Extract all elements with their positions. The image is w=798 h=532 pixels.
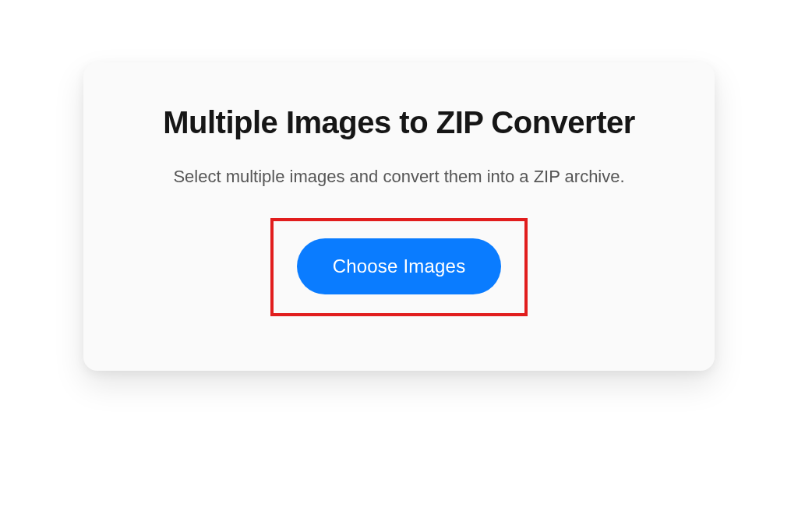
- page-title: Multiple Images to ZIP Converter: [130, 105, 668, 140]
- page-subtitle: Select multiple images and convert them …: [130, 167, 668, 187]
- highlight-annotation: Choose Images: [270, 218, 528, 316]
- choose-images-button[interactable]: Choose Images: [297, 238, 502, 294]
- converter-card: Multiple Images to ZIP Converter Select …: [83, 62, 715, 371]
